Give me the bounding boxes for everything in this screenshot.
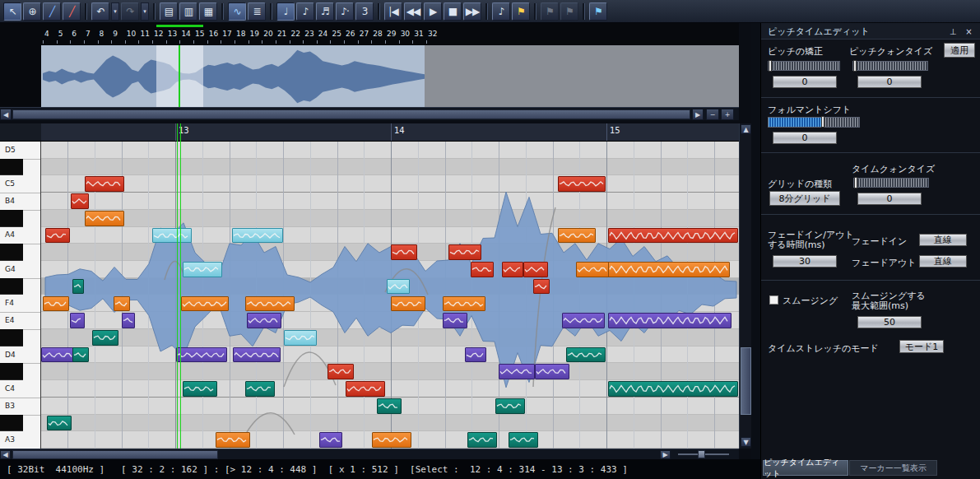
piano-key-D#4[interactable] [0, 329, 23, 346]
formant-shift-slider[interactable] [768, 117, 860, 128]
note-block[interactable] [443, 313, 467, 328]
smoothing-checkbox[interactable] [769, 295, 778, 305]
marker-add-button-icon[interactable]: ⚑ [512, 2, 530, 21]
vertical-scroll-thumb[interactable] [741, 347, 751, 415]
redo-button-dropdown-icon[interactable]: ▾ [141, 2, 149, 21]
piano-key-C5[interactable]: C5 [5, 179, 15, 188]
tab-pitch-time-edit[interactable]: ピッチタイムエディット [763, 460, 848, 476]
note-block[interactable] [72, 279, 84, 295]
formant-shift-value[interactable]: 0 [773, 132, 837, 144]
note-block[interactable] [216, 432, 250, 448]
scroll-left-icon[interactable]: ◀ [0, 450, 11, 459]
note-block[interactable] [327, 364, 354, 379]
piano-key-G4[interactable]: G4 [5, 265, 16, 273]
note-eighth-button-icon[interactable]: ♪ [296, 2, 314, 21]
grid-type-button[interactable]: 8分グリッド [769, 191, 840, 206]
playhead[interactable] [177, 123, 178, 449]
note-block[interactable] [41, 347, 74, 363]
overview-zoom-out-button[interactable]: − [706, 109, 719, 120]
note-edit-button-icon[interactable]: ♪ [492, 2, 510, 21]
note-block[interactable] [122, 313, 135, 328]
spectrum-window-button-icon[interactable]: ▥ [179, 2, 197, 21]
note-block[interactable] [346, 381, 385, 397]
note-block[interactable] [608, 262, 730, 277]
rewind-button-icon[interactable]: ◀◀ [404, 2, 422, 21]
overview-wave-area[interactable] [41, 45, 739, 107]
note-block[interactable] [284, 330, 317, 346]
note-block[interactable] [533, 279, 550, 295]
note-block[interactable] [72, 347, 89, 363]
note-block[interactable] [576, 262, 611, 277]
pitch-curve-tool-icon[interactable]: ∿ [228, 2, 246, 21]
note-block[interactable] [387, 279, 410, 295]
pitch-quantize-slider[interactable] [852, 61, 928, 71]
waveform-window-button-icon[interactable]: ▤ [160, 2, 178, 21]
note-block[interactable] [319, 432, 342, 448]
scroll-down-icon[interactable]: ▼ [741, 437, 751, 447]
tab-marker-list[interactable]: マーカー一覧表示 [849, 460, 937, 476]
redo-button-icon[interactable]: ↷ [121, 2, 139, 21]
close-icon[interactable]: × [962, 25, 976, 39]
stop-button-icon[interactable]: ■ [444, 2, 462, 21]
scroll-up-icon[interactable]: ▲ [741, 124, 751, 134]
piano-key-D5[interactable]: D5 [5, 146, 16, 154]
piano-key-C4[interactable]: C4 [5, 384, 15, 393]
note-block[interactable] [608, 228, 738, 244]
undo-button-dropdown-icon[interactable]: ▾ [111, 2, 119, 21]
scroll-right-icon[interactable]: ▶ [660, 450, 671, 459]
note-block[interactable] [85, 176, 124, 192]
select-tool-icon[interactable]: ↖ [3, 2, 21, 21]
pin-icon[interactable]: ⊤ [946, 25, 960, 39]
piano-key-E4[interactable]: E4 [5, 316, 14, 324]
note-block[interactable] [71, 193, 89, 209]
note-block[interactable] [372, 432, 411, 448]
eraser-tool-icon[interactable]: ╱ [63, 2, 81, 21]
zoom-slider-handle[interactable] [698, 450, 705, 458]
undo-button-icon[interactable]: ↶ [91, 2, 109, 21]
overview-scroll-right-icon[interactable]: ▶ [692, 109, 704, 120]
note-block[interactable] [43, 296, 69, 312]
pitch-edit-canvas[interactable] [41, 142, 739, 449]
note-block[interactable] [92, 330, 118, 346]
note-block[interactable] [499, 364, 535, 379]
note-block[interactable] [495, 398, 525, 414]
zoom-tool-icon[interactable]: ⊕ [23, 2, 41, 21]
event-list-button-icon[interactable]: ≣ [248, 2, 266, 21]
play-button-icon[interactable]: ▶ [424, 2, 442, 21]
note-block[interactable] [232, 228, 283, 244]
note-block[interactable] [535, 364, 569, 379]
note-quarter-button-icon[interactable]: ♩ [276, 2, 295, 21]
note-block[interactable] [181, 296, 229, 312]
pitch-correction-slider[interactable] [768, 61, 840, 71]
overview-scroll-thumb[interactable] [12, 109, 690, 119]
pitch-quantize-value[interactable]: 0 [857, 76, 922, 88]
note-block[interactable] [233, 347, 281, 363]
marker-next-button-icon[interactable]: ⚑ [560, 2, 578, 21]
note-block[interactable] [47, 416, 72, 431]
note-block[interactable] [566, 347, 606, 363]
piano-key-F4[interactable]: F4 [5, 299, 14, 307]
fade-time-value[interactable]: 30 [773, 255, 837, 267]
note-block[interactable] [509, 432, 538, 448]
note-block[interactable] [152, 228, 192, 244]
note-block[interactable] [176, 347, 227, 363]
note-block[interactable] [245, 381, 275, 397]
fast-forward-button-icon[interactable]: ▶▶ [463, 2, 481, 21]
note-block[interactable] [562, 313, 605, 328]
pitch-correction-value[interactable]: 0 [773, 76, 837, 88]
time-stretch-mode-button[interactable]: モード1 [899, 340, 944, 353]
note-block[interactable] [183, 262, 222, 277]
note-block[interactable] [443, 296, 485, 312]
note-block[interactable] [377, 398, 402, 414]
note-block[interactable] [448, 244, 481, 260]
piano-key-C#4[interactable] [0, 363, 23, 380]
note-block[interactable] [558, 176, 606, 192]
piano-key-B3[interactable]: B3 [5, 402, 15, 410]
note-block[interactable] [391, 244, 417, 260]
note-sixteenth-button-icon[interactable]: ♬ [316, 2, 334, 21]
piano-key-A#3[interactable] [0, 415, 23, 432]
pen-tool-icon[interactable]: ╱ [43, 2, 61, 21]
apply-button[interactable]: 適用 [944, 43, 975, 58]
time-quantize-value[interactable]: 0 [857, 193, 922, 205]
note-triplet-button-icon[interactable]: 3 [355, 2, 374, 21]
